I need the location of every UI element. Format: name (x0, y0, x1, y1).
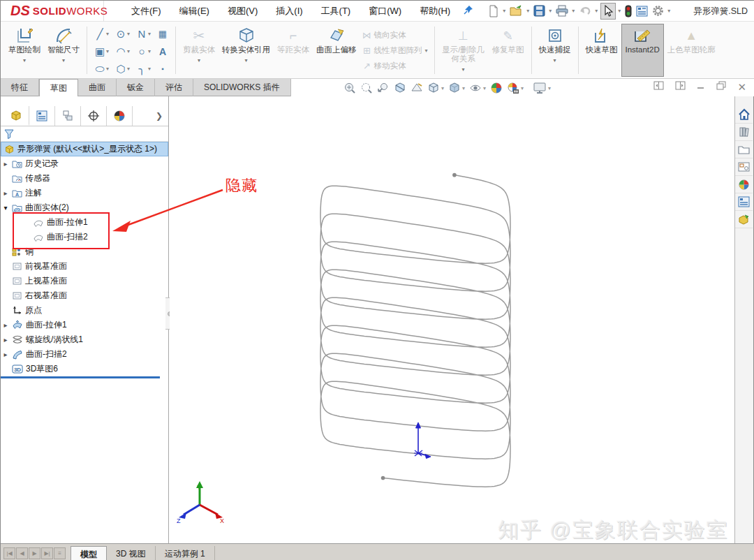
tree-item-origin[interactable]: 原点 (1, 303, 168, 318)
view-orientation-caret-icon[interactable]: ▾ (441, 85, 444, 91)
hide-show-items-button[interactable]: ▾ (469, 82, 486, 94)
tree-item-history[interactable]: ▸ 历史记录 (1, 156, 168, 171)
view-settings-caret-icon[interactable]: ▾ (548, 85, 551, 91)
tree-item-annotations[interactable]: ▸ A 注解 (1, 186, 168, 200)
convert-entities-button[interactable]: 转换实体引用 ▾ (219, 24, 274, 77)
spline-tool-button[interactable]: N▾ (134, 28, 155, 40)
tree-item-surface-sweep2[interactable]: ▸ 曲面-扫描2 (1, 347, 168, 362)
instant2d-button[interactable]: Instant2D (621, 24, 664, 77)
motion-study-tab[interactable]: 运动算例 1 (156, 546, 215, 560)
tab-surfaces[interactable]: 曲面 (78, 79, 117, 96)
select-cursor-button[interactable] (600, 3, 616, 20)
view-orientation-button[interactable]: ▾ (427, 82, 444, 94)
prev-tab-button[interactable]: ◀ (16, 547, 28, 559)
collapse-arrow-icon[interactable]: ▾ (1, 204, 10, 212)
previous-view-button[interactable] (377, 82, 390, 94)
trim-caret-icon[interactable]: ▾ (198, 56, 200, 65)
tree-item-3d-sketch6[interactable]: 3D 3D草图6 (1, 362, 168, 376)
sketch-caret-icon[interactable]: ▾ (23, 56, 26, 65)
rapid-sketch-button[interactable]: 快速草图 (582, 24, 621, 77)
mirror-entities-button[interactable]: ⋈镜向实体 (360, 27, 431, 43)
rectangle-caret-icon[interactable]: ▾ (106, 48, 112, 54)
quick-snaps-caret-icon[interactable]: ▾ (553, 56, 556, 65)
smart-dimension-caret-icon[interactable]: ▾ (62, 56, 65, 65)
restore-button[interactable] (716, 81, 726, 94)
tree-item-top-plane[interactable]: 上视基准面 (1, 274, 168, 288)
expand-arrow-icon[interactable]: ▸ (1, 351, 10, 358)
last-tab-button[interactable]: ▶| (41, 547, 53, 559)
text-tool-button[interactable]: A (155, 46, 170, 57)
menu-window[interactable]: 窗口(W) (360, 1, 411, 21)
menu-edit[interactable]: 编辑(E) (170, 1, 219, 21)
model-tab[interactable]: 模型 (71, 546, 107, 560)
slot-tool-button[interactable]: ⬭▾ (92, 63, 113, 75)
panel-chevron-icon[interactable]: ❯ (156, 111, 163, 121)
tab-list-button[interactable]: ≡ (54, 547, 66, 559)
rebuild-button[interactable] (623, 3, 633, 19)
menu-help[interactable]: 帮助(H) (411, 1, 459, 21)
toolbox-button[interactable] (735, 211, 753, 228)
undo-caret-icon[interactable]: ▾ (595, 8, 598, 14)
display-relations-caret-icon[interactable]: ▾ (461, 65, 464, 74)
edit-appearance-button[interactable] (490, 82, 503, 94)
line-caret-icon[interactable]: ▾ (106, 31, 112, 37)
smart-dimension-button[interactable]: 智能尺寸 ▾ (44, 24, 83, 77)
view-palette-button[interactable] (735, 159, 753, 176)
arc-caret-icon[interactable]: ▾ (127, 48, 133, 54)
line-tool-button[interactable]: ╱▾ (92, 28, 113, 40)
trim-entities-button[interactable]: ✂ 剪裁实体 ▾ (179, 24, 219, 77)
save-button[interactable] (532, 3, 547, 18)
tree-item-surface-extrude1[interactable]: ▸ 曲面-拉伸1 (1, 318, 168, 332)
move-entities-button[interactable]: ↗移动实体 (360, 58, 431, 73)
polygon-tool-button[interactable]: ⬡▾ (113, 63, 134, 75)
select-caret-icon[interactable]: ▾ (618, 8, 621, 14)
spline-caret-icon[interactable]: ▾ (148, 31, 154, 37)
collapse-right-pane-icon[interactable] (675, 81, 686, 94)
pin-menu-icon[interactable] (464, 5, 473, 17)
undo-button[interactable] (577, 4, 593, 18)
tree-item-front-plane[interactable]: 前视基准面 (1, 259, 168, 274)
new-document-button[interactable] (487, 3, 501, 19)
apply-scene-button[interactable]: ▾ (507, 82, 524, 94)
section-view-button[interactable] (394, 82, 406, 94)
tab-sketch[interactable]: 草图 (39, 79, 78, 96)
display-style-caret-icon[interactable]: ▾ (462, 85, 465, 91)
options-gear-button[interactable] (651, 3, 665, 18)
options-caret-icon[interactable]: ▾ (667, 8, 670, 14)
circle-caret-icon[interactable]: ▾ (127, 31, 133, 37)
print-button[interactable] (554, 3, 570, 18)
minimize-button[interactable] (697, 81, 705, 94)
expand-arrow-icon[interactable]: ▸ (1, 321, 10, 329)
slot-caret-icon[interactable]: ▾ (106, 66, 112, 72)
property-manager-tab[interactable] (29, 106, 55, 126)
offset-entities-button[interactable]: ⌐ 等距实体 (274, 24, 313, 77)
apply-scene-caret-icon[interactable]: ▾ (521, 85, 524, 91)
view-settings-button[interactable]: ▾ (533, 82, 551, 94)
expand-arrow-icon[interactable]: ▸ (1, 189, 10, 197)
open-caret-icon[interactable]: ▾ (526, 8, 529, 14)
open-button[interactable] (508, 3, 524, 18)
rollback-bar[interactable] (1, 376, 160, 378)
ellipse-caret-icon[interactable]: ▾ (148, 48, 154, 54)
next-tab-button[interactable]: ▶ (29, 547, 40, 559)
fillet-tool-button[interactable]: ╮▾ (134, 63, 155, 75)
tab-sheet-metal[interactable]: 钣金 (117, 79, 155, 96)
hide-show-caret-icon[interactable]: ▾ (483, 85, 486, 91)
menu-insert[interactable]: 插入(I) (267, 1, 311, 21)
tree-item-helix[interactable]: ▸ 螺旋线/涡状线1 (1, 332, 168, 347)
collapse-left-pane-icon[interactable] (653, 81, 664, 94)
print-caret-icon[interactable]: ▾ (572, 8, 575, 14)
first-tab-button[interactable]: |◀ (3, 547, 15, 559)
circle-tool-button[interactable]: ⊙▾ (113, 28, 134, 40)
menu-view[interactable]: 视图(V) (219, 1, 267, 21)
new-caret-icon[interactable]: ▾ (503, 8, 505, 14)
appearances-scenes-button[interactable] (735, 176, 753, 193)
ellipse-tool-button[interactable]: ○▾ (134, 45, 155, 57)
rectangle-tool-button[interactable]: ▣▾ (92, 45, 113, 58)
display-manager-tab[interactable] (107, 106, 133, 126)
home-tab-button[interactable] (735, 106, 753, 124)
repair-sketch-button[interactable]: ✎ 修复草图 (489, 24, 528, 77)
convert-caret-icon[interactable]: ▾ (244, 56, 247, 65)
display-style-button[interactable]: ▾ (448, 82, 465, 94)
quick-snaps-button[interactable]: 快速捕捉 ▾ (535, 24, 575, 77)
